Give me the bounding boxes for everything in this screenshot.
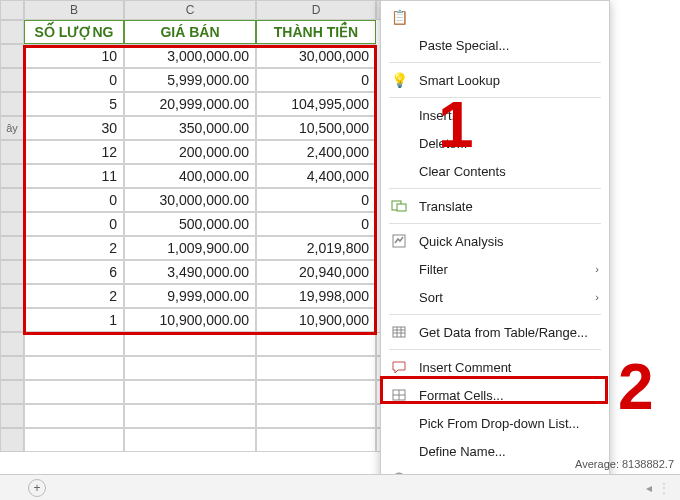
row-head[interactable] <box>0 236 24 260</box>
cell[interactable]: 30 <box>24 116 124 140</box>
menu-format-cells[interactable]: Format Cells... <box>381 381 609 409</box>
cell[interactable]: 350,000.00 <box>124 116 256 140</box>
blank-icon <box>389 288 409 306</box>
blank-icon <box>389 162 409 180</box>
cell[interactable]: 0 <box>24 212 124 236</box>
cell[interactable] <box>124 332 256 356</box>
translate-icon <box>389 197 409 215</box>
row-head[interactable] <box>0 92 24 116</box>
col-head-d[interactable]: D <box>256 0 376 20</box>
row-head[interactable] <box>0 308 24 332</box>
row-head[interactable]: ây <box>0 116 24 140</box>
row-head[interactable] <box>0 68 24 92</box>
row-head[interactable] <box>0 428 24 452</box>
cell[interactable] <box>24 428 124 452</box>
row-head[interactable] <box>0 212 24 236</box>
menu-insert[interactable]: Insert... <box>381 101 609 129</box>
header-thanh-tien[interactable]: THÀNH TIỀN <box>256 20 376 44</box>
cell[interactable]: 10,900,000 <box>256 308 376 332</box>
cell[interactable]: 1 <box>24 308 124 332</box>
cell[interactable] <box>124 356 256 380</box>
cell[interactable]: 30,000,000.00 <box>124 188 256 212</box>
cell[interactable]: 0 <box>256 68 376 92</box>
cell[interactable]: 10,900,000.00 <box>124 308 256 332</box>
cell[interactable] <box>24 380 124 404</box>
row-head[interactable] <box>0 284 24 308</box>
menu-label: Define Name... <box>419 444 506 459</box>
cell[interactable]: 6 <box>24 260 124 284</box>
row-head[interactable] <box>0 44 24 68</box>
row-head[interactable] <box>0 20 24 44</box>
row-head[interactable] <box>0 260 24 284</box>
menu-quick-analysis[interactable]: Quick Analysis <box>381 227 609 255</box>
cell[interactable]: 200,000.00 <box>124 140 256 164</box>
menu-insert-comment[interactable]: Insert Comment <box>381 353 609 381</box>
menu-sort[interactable]: Sort › <box>381 283 609 311</box>
row-head[interactable] <box>0 404 24 428</box>
cell[interactable] <box>124 380 256 404</box>
menu-label: Clear Contents <box>419 164 506 179</box>
cell[interactable]: 3,490,000.00 <box>124 260 256 284</box>
menu-pick-list[interactable]: Pick From Drop-down List... <box>381 409 609 437</box>
status-average-label: Average: <box>575 458 619 470</box>
cell[interactable]: 2 <box>24 284 124 308</box>
cell[interactable] <box>24 356 124 380</box>
menu-get-data[interactable]: Get Data from Table/Range... <box>381 318 609 346</box>
menu-translate[interactable]: Translate <box>381 192 609 220</box>
menu-smart-lookup[interactable]: 💡 Smart Lookup <box>381 66 609 94</box>
col-head-b[interactable]: B <box>24 0 124 20</box>
menu-clear-contents[interactable]: Clear Contents <box>381 157 609 185</box>
cell[interactable]: 5 <box>24 92 124 116</box>
menu-label: Pick From Drop-down List... <box>419 416 579 431</box>
cell[interactable] <box>24 404 124 428</box>
menu-delete[interactable]: Delete... <box>381 129 609 157</box>
row-head[interactable] <box>0 188 24 212</box>
cell[interactable]: 400,000.00 <box>124 164 256 188</box>
cell[interactable]: 5,999,000.00 <box>124 68 256 92</box>
row-head[interactable] <box>0 164 24 188</box>
cell[interactable]: 0 <box>24 68 124 92</box>
menu-paste-options[interactable]: 📋 <box>381 3 609 31</box>
cell[interactable]: 12 <box>24 140 124 164</box>
add-sheet-button[interactable]: + <box>28 479 46 497</box>
cell[interactable] <box>124 428 256 452</box>
cell[interactable] <box>256 356 376 380</box>
cell[interactable]: 0 <box>256 188 376 212</box>
cell[interactable]: 4,400,000 <box>256 164 376 188</box>
col-head-c[interactable]: C <box>124 0 256 20</box>
cell[interactable]: 0 <box>256 212 376 236</box>
cell[interactable]: 500,000.00 <box>124 212 256 236</box>
cell[interactable] <box>24 332 124 356</box>
cell[interactable]: 0 <box>24 188 124 212</box>
cell[interactable]: 10 <box>24 44 124 68</box>
menu-filter[interactable]: Filter › <box>381 255 609 283</box>
cell[interactable]: 2 <box>24 236 124 260</box>
row-head[interactable] <box>0 356 24 380</box>
cell[interactable]: 2,019,800 <box>256 236 376 260</box>
row-head[interactable] <box>0 332 24 356</box>
cell[interactable]: 9,999,000.00 <box>124 284 256 308</box>
row-head[interactable] <box>0 140 24 164</box>
cell[interactable]: 20,940,000 <box>256 260 376 284</box>
cell[interactable]: 2,400,000 <box>256 140 376 164</box>
cell[interactable]: 104,995,000 <box>256 92 376 116</box>
cell[interactable] <box>256 380 376 404</box>
cell[interactable]: 11 <box>24 164 124 188</box>
menu-separator <box>389 223 601 224</box>
header-so-luong[interactable]: SỐ LƯỢNG <box>24 20 124 44</box>
cell[interactable] <box>256 404 376 428</box>
menu-paste-special[interactable]: Paste Special... <box>381 31 609 59</box>
row-head[interactable] <box>0 380 24 404</box>
cell[interactable] <box>124 404 256 428</box>
cell[interactable] <box>256 428 376 452</box>
cell[interactable]: 3,000,000.00 <box>124 44 256 68</box>
cell[interactable]: 20,999,000.00 <box>124 92 256 116</box>
select-all-corner[interactable] <box>0 0 24 20</box>
cell[interactable] <box>256 332 376 356</box>
cell[interactable]: 30,000,000 <box>256 44 376 68</box>
cell[interactable]: 10,500,000 <box>256 116 376 140</box>
header-gia-ban[interactable]: GIÁ BÁN <box>124 20 256 44</box>
cell[interactable]: 1,009,900.00 <box>124 236 256 260</box>
cell[interactable]: 19,998,000 <box>256 284 376 308</box>
tab-scroll-left[interactable]: ◂ <box>646 481 652 495</box>
